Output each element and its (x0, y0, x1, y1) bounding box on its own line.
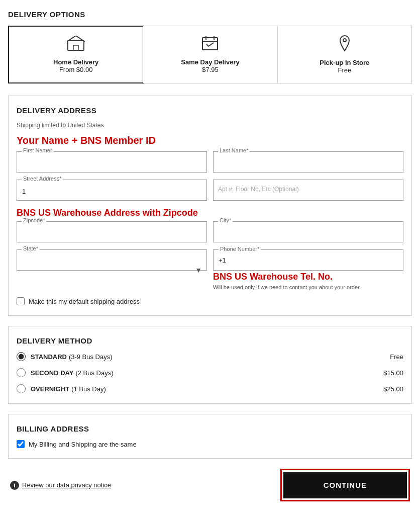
standard-sub: (3-9 Bus Days) (69, 353, 113, 361)
second-day-label: SECOND DAY (31, 369, 73, 377)
first-name-input[interactable] (17, 151, 207, 173)
same-billing-row: My Billing and Shipping are the same (17, 440, 403, 448)
name-row: First Name* Last Name* (17, 151, 403, 173)
first-name-group: First Name* (17, 151, 207, 173)
last-name-input[interactable] (213, 151, 403, 173)
overnight-sub: (1 Bus Day) (71, 385, 106, 393)
sameday-delivery-price: $7.95 (202, 66, 219, 73)
footer-row: i Review our data privacy notice CONTINU… (8, 469, 412, 501)
delivery-option-pickup[interactable]: Pick-up In Store Free (278, 26, 411, 83)
svg-rect-2 (202, 38, 218, 50)
state-group: State* ALAKAZAR CACOCTDE FLGAHIID ILINIA… (17, 249, 207, 290)
method-overnight: OVERNIGHT (1 Bus Day) $25.00 (17, 384, 403, 393)
pickup-price: Free (338, 66, 351, 74)
delivery-method-title: DELIVERY METHOD (17, 336, 403, 345)
city-group: City* (213, 221, 403, 242)
second-day-radio[interactable] (17, 368, 26, 377)
standard-price: Free (390, 353, 403, 361)
apt-group: Apt #, Floor No, Etc (Optional) (213, 180, 403, 201)
street-address-group: Street Address* (17, 180, 207, 201)
apt-input[interactable] (213, 180, 403, 201)
default-shipping-label[interactable]: Make this my default shipping address (29, 298, 140, 305)
standard-label: STANDARD (31, 353, 67, 361)
info-icon: i (10, 481, 19, 490)
default-shipping-row: Make this my default shipping address (17, 297, 403, 305)
annotation-address: BNS US Warehouse Address with Zipcode (17, 208, 403, 218)
delivery-address-title: DELIVERY ADDRESS (17, 106, 403, 115)
zip-city-row: Zipcode* City* (17, 221, 403, 242)
billing-address-title: BILLING ADDRESS (17, 424, 403, 433)
home-delivery-icon (67, 36, 85, 54)
delivery-option-sameday[interactable]: Same Day Delivery $7.95 (143, 26, 277, 83)
same-billing-checkbox[interactable] (17, 440, 25, 448)
phone-prefix: +1 (219, 256, 226, 264)
city-input[interactable] (213, 221, 403, 242)
delivery-options-title: DELIVERY OPTIONS (8, 10, 412, 19)
delivery-options-group: Home Delivery From $0.00 Same Day Delive… (8, 26, 412, 83)
phone-note: Will be used only if we need to contact … (213, 284, 403, 290)
sameday-delivery-icon (201, 36, 219, 54)
method-standard: STANDARD (3-9 Bus Days) Free (17, 352, 403, 361)
phone-annotation: BNS US Warehouse Tel. No. (213, 272, 403, 282)
billing-address-section: BILLING ADDRESS My Billing and Shipping … (8, 414, 412, 459)
svg-rect-1 (73, 45, 78, 50)
annotation-name: Your Name + BNS Member ID (17, 135, 403, 146)
overnight-label: OVERNIGHT (31, 385, 69, 393)
state-select[interactable]: ALAKAZAR CACOCTDE FLGAHIID ILINIAKS KYLA… (17, 249, 207, 271)
continue-button[interactable]: CONTINUE (283, 472, 407, 498)
standard-radio[interactable] (17, 352, 26, 361)
street-address-input[interactable] (17, 180, 207, 201)
default-shipping-checkbox[interactable] (17, 297, 25, 305)
state-phone-row: State* ALAKAZAR CACOCTDE FLGAHIID ILINIA… (17, 249, 403, 290)
privacy-link-text: Review our data privacy notice (22, 481, 111, 489)
overnight-price: $25.00 (383, 385, 403, 393)
shipping-limit-text: Shipping limited to United States (17, 122, 403, 129)
continue-button-wrapper: CONTINUE (280, 469, 410, 501)
last-name-group: Last Name* (213, 151, 403, 173)
overnight-radio[interactable] (17, 384, 26, 393)
svg-point-6 (343, 39, 346, 42)
second-day-sub: (2 Bus Days) (75, 369, 113, 377)
method-second-day: SECOND DAY (2 Bus Days) $15.00 (17, 368, 403, 377)
home-delivery-price: From $0.00 (59, 66, 92, 73)
delivery-method-section: DELIVERY METHOD STANDARD (3-9 Bus Days) … (8, 326, 412, 404)
privacy-notice-link[interactable]: i Review our data privacy notice (10, 481, 111, 490)
street-row: Street Address* Apt #, Floor No, Etc (Op… (17, 180, 403, 201)
zipcode-group: Zipcode* (17, 221, 207, 242)
delivery-address-section: DELIVERY ADDRESS Shipping limited to Uni… (8, 96, 412, 316)
phone-input[interactable] (228, 250, 398, 270)
phone-group: Phone Number* +1 BNS US Warehouse Tel. N… (213, 249, 403, 290)
pickup-icon (339, 35, 351, 55)
same-billing-label[interactable]: My Billing and Shipping are the same (29, 441, 137, 448)
second-day-price: $15.00 (383, 369, 403, 377)
zipcode-input[interactable] (17, 221, 207, 242)
home-delivery-name: Home Delivery (53, 58, 98, 66)
sameday-delivery-name: Same Day Delivery (181, 58, 239, 66)
delivery-option-home[interactable]: Home Delivery From $0.00 (8, 26, 144, 83)
pickup-name: Pick-up In Store (320, 59, 369, 66)
